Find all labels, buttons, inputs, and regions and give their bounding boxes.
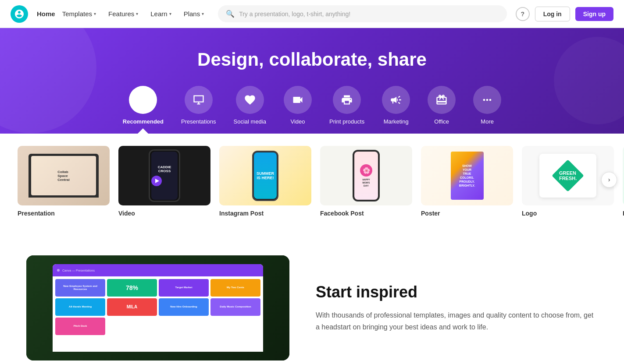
start-inspired-text: Start inspired With thousands of profess… [316, 283, 598, 333]
facebook-thumbnail: 🌸 HAPPYMOM'SDAY! [320, 146, 412, 205]
category-more[interactable]: More [470, 86, 505, 134]
logo-thumbnail: GREENFRESH. [522, 146, 614, 205]
print-products-icon [333, 86, 361, 114]
nav-features[interactable]: Features ▾ [103, 7, 143, 21]
recommended-label: Recommended [123, 118, 164, 125]
hero-categories: Recommended Presentations Social media V… [11, 86, 613, 134]
category-office[interactable]: Office [424, 86, 459, 134]
video-label: Video [290, 118, 305, 125]
start-inspired-title: Start inspired [316, 283, 598, 301]
more-label: More [481, 118, 494, 125]
video-icon [284, 86, 312, 114]
facebook-post-card-label: Facebook Post [320, 210, 412, 217]
hero-title: Design, collaborate, share [11, 49, 613, 70]
screen-tile-5: All-Hands Meeting [55, 298, 105, 316]
canva-logo-icon [14, 9, 25, 19]
screen-nav-dot [57, 269, 60, 272]
start-inspired-section: Canva — Presentations New Employee Syste… [0, 229, 624, 364]
screen-tile-4: My Two Cents [210, 279, 260, 297]
marketing-icon [382, 86, 410, 114]
poster-thumbnail: SHOWYOURTRUECOLORS.PROUDLY.BRIGHTLY. [421, 146, 513, 205]
office-icon [428, 86, 456, 114]
search-icon: 🔍 [226, 10, 235, 18]
design-card-instagram-post[interactable]: SUMMERIS HERE! Instagram Post [219, 146, 311, 217]
nav-links: Templates ▾ Features ▾ Learn ▾ Plans ▾ [57, 7, 209, 21]
instagram-thumbnail: SUMMERIS HERE! [219, 146, 311, 205]
screen-tile-7: New Hire Onboarding [159, 298, 209, 316]
design-card-video[interactable]: CADDIE CROSS Video [118, 146, 210, 217]
marketing-label: Marketing [384, 118, 409, 125]
screen-tile-6: MILA [107, 298, 157, 316]
design-cards-scroll: CollabSpaceCentral Presentation CADDIE C… [18, 146, 624, 217]
nav-learn[interactable]: Learn ▾ [145, 7, 176, 21]
category-presentations[interactable]: Presentations [178, 86, 220, 134]
nav-plans[interactable]: Plans ▾ [178, 7, 210, 21]
social-media-icon [236, 86, 264, 114]
print-products-label: Print products [329, 118, 364, 125]
screen-tile-1: New Employee System and Resources [55, 279, 105, 297]
video-card-label: Video [118, 210, 210, 217]
social-media-label: Social media [234, 118, 266, 125]
learn-chevron-icon: ▾ [169, 11, 171, 16]
search-placeholder-text: Try a presentation, logo, t-shirt, anyth… [239, 11, 499, 18]
screen-tile-2: 78% [107, 279, 157, 297]
templates-chevron-icon: ▾ [94, 11, 96, 16]
navbar: Home Templates ▾ Features ▾ Learn ▾ Plan… [0, 0, 624, 28]
office-label: Office [434, 118, 449, 125]
presentations-icon [185, 86, 213, 114]
hero-section: Design, collaborate, share Recommended P… [0, 28, 624, 134]
plans-chevron-icon: ▾ [202, 11, 204, 16]
video-thumbnail: CADDIE CROSS [118, 146, 210, 205]
more-icon [473, 86, 501, 114]
category-recommended[interactable]: Recommended [119, 86, 167, 134]
design-cards-section: CollabSpaceCentral Presentation CADDIE C… [0, 134, 624, 229]
active-tab-indicator [138, 128, 148, 134]
start-inspired-image: Canva — Presentations New Employee Syste… [26, 255, 289, 360]
help-button[interactable]: ? [516, 7, 530, 21]
search-bar[interactable]: 🔍 Try a presentation, logo, t-shirt, any… [218, 5, 507, 22]
screen-nav-text: Canva — Presentations [62, 269, 95, 272]
screen-tile-3: Target Market [159, 279, 209, 297]
nav-right: ? Log in Sign up [516, 7, 613, 21]
logo[interactable] [11, 5, 28, 23]
features-chevron-icon: ▾ [136, 11, 138, 16]
cards-next-button[interactable]: › [601, 172, 617, 187]
category-marketing[interactable]: Marketing [378, 86, 414, 134]
nav-templates[interactable]: Templates ▾ [57, 7, 101, 21]
presentation-thumbnail: CollabSpaceCentral [18, 146, 110, 205]
poster-card-label: Poster [421, 210, 513, 217]
start-inspired-description: With thousands of professional templates… [316, 309, 598, 333]
design-card-logo[interactable]: GREENFRESH. Logo [522, 146, 614, 217]
screen-tile-9: Pitch Deck [55, 318, 105, 335]
design-card-poster[interactable]: SHOWYOURTRUECOLORS.PROUDLY.BRIGHTLY. Pos… [421, 146, 513, 217]
category-video[interactable]: Video [280, 86, 315, 134]
design-card-facebook-post[interactable]: 🌸 HAPPYMOM'SDAY! Facebook Post [320, 146, 412, 217]
home-link[interactable]: Home [37, 10, 55, 18]
instagram-post-card-label: Instagram Post [219, 210, 311, 217]
category-social-media[interactable]: Social media [230, 86, 270, 134]
category-print-products[interactable]: Print products [326, 86, 368, 134]
signup-button[interactable]: Sign up [575, 7, 613, 21]
logo-card-label: Logo [522, 210, 614, 217]
design-card-presentation[interactable]: CollabSpaceCentral Presentation [18, 146, 110, 217]
login-button[interactable]: Log in [535, 7, 570, 21]
presentation-card-label: Presentation [18, 210, 110, 217]
recommended-icon [129, 86, 157, 114]
presentations-label: Presentations [181, 118, 216, 125]
screen-tile-8: Daily Music Composition [210, 298, 260, 316]
